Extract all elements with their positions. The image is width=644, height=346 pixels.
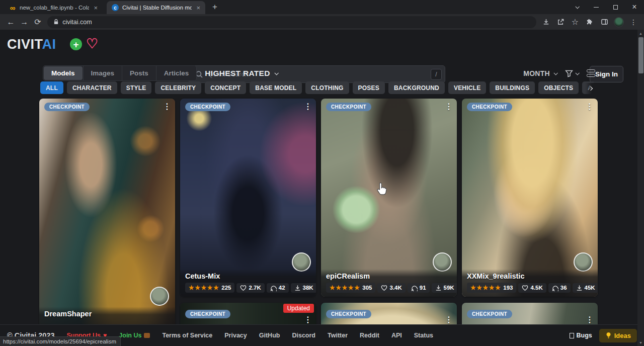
create-plus-button[interactable]: + xyxy=(70,38,82,50)
category-pill[interactable]: VEHICLE xyxy=(448,81,486,94)
likes-pill[interactable]: 2.7K xyxy=(236,283,264,293)
category-scroll-right-button[interactable] xyxy=(585,83,596,94)
category-pill[interactable]: ALL xyxy=(40,81,63,94)
creator-avatar[interactable] xyxy=(150,287,169,306)
footer-link-terms[interactable]: Terms of Service xyxy=(162,332,212,339)
footer-link-status[interactable]: Status xyxy=(414,332,433,339)
join-us-link[interactable]: Join Us xyxy=(119,332,150,339)
new-tab-button[interactable]: + xyxy=(209,2,220,12)
model-type-badge: CHECKPOINT xyxy=(326,103,371,111)
heart-icon xyxy=(240,285,247,291)
comments-pill[interactable]: 36 xyxy=(548,283,571,293)
footer-link-reddit[interactable]: Reddit xyxy=(360,332,379,339)
tab-colab[interactable]: ∞ new_colab_file.ipynb - Colaborat × xyxy=(4,1,103,14)
model-card-epicrealism[interactable]: CHECKPOINT ⋮ epiCRealism ★★★★★305 3.4K 9… xyxy=(321,99,457,297)
tab-close-icon[interactable]: × xyxy=(195,4,201,12)
download-icon xyxy=(435,285,442,291)
downloads-count: 59K xyxy=(444,285,454,291)
card-menu-kebab-icon[interactable]: ⋮ xyxy=(304,315,312,324)
footer-link-twitter[interactable]: Twitter xyxy=(328,332,348,339)
period-dropdown[interactable]: MONTH xyxy=(523,69,557,77)
card-menu-kebab-icon[interactable]: ⋮ xyxy=(586,315,594,324)
card-menu-kebab-icon[interactable]: ⋮ xyxy=(163,102,171,111)
card-menu-kebab-icon[interactable]: ⋮ xyxy=(304,102,312,111)
close-button[interactable]: × xyxy=(625,0,644,14)
reload-icon[interactable]: ⟳ xyxy=(31,17,45,27)
sort-dropdown[interactable]: HIGHEST RATED xyxy=(205,69,277,78)
model-type-badge: CHECKPOINT xyxy=(467,310,512,318)
scroll-down-icon[interactable]: ▼ xyxy=(637,339,644,346)
footer-link-discord[interactable]: Discord xyxy=(292,332,315,339)
tab-search-icon[interactable] xyxy=(568,0,587,14)
card-footer: XXMix_9realistic ★★★★★193 4.5K 36 45K xyxy=(462,269,598,297)
layout-toggle-button[interactable] xyxy=(587,69,595,77)
card-menu-kebab-icon[interactable]: ⋮ xyxy=(445,102,453,111)
footer-link-github[interactable]: GitHub xyxy=(259,332,280,339)
tab-civitai[interactable]: c Civitai | Stable Diffusion models, × xyxy=(107,1,205,14)
address-bar[interactable]: civitai.com xyxy=(47,16,536,28)
downloads-pill[interactable]: 38K xyxy=(291,283,316,293)
bugs-button[interactable]: Bugs xyxy=(570,332,592,339)
civitai-logo[interactable]: CIVITAI xyxy=(7,37,56,52)
category-pill[interactable]: POSES xyxy=(353,81,385,94)
download-icon[interactable] xyxy=(539,16,552,29)
category-pill[interactable]: CLOTHING xyxy=(305,81,349,94)
side-panel-icon[interactable] xyxy=(598,16,611,29)
scrollbar-thumb[interactable] xyxy=(638,37,643,73)
category-pill[interactable]: BUILDINGS xyxy=(490,81,535,94)
tab-close-icon[interactable]: × xyxy=(93,4,99,12)
scroll-up-icon[interactable]: ▲ xyxy=(637,30,644,37)
card-menu-kebab-icon[interactable]: ⋮ xyxy=(586,102,594,111)
category-pill[interactable]: CHARACTER xyxy=(67,81,117,94)
model-card-dreamshaper[interactable]: CHECKPOINT ⋮ DreamShaper xyxy=(39,99,175,335)
category-pill[interactable]: CONCEPT xyxy=(205,81,246,94)
favorites-heart-icon[interactable]: ♡ xyxy=(86,36,98,52)
extensions-puzzle-icon[interactable] xyxy=(583,16,596,29)
category-pill[interactable]: CELEBRITY xyxy=(155,81,201,94)
downloads-pill[interactable]: 45K xyxy=(573,283,598,293)
filter-funnel-button[interactable] xyxy=(565,69,579,77)
comments-pill[interactable]: 42 xyxy=(267,283,289,293)
footer-link-api[interactable]: API xyxy=(391,332,402,339)
back-icon[interactable]: ← xyxy=(4,18,18,27)
logo-ai: AI xyxy=(42,37,56,52)
category-pill[interactable]: OBJECTS xyxy=(538,81,579,94)
model-type-badge: CHECKPOINT xyxy=(44,103,90,111)
model-title: XXMix_9realistic xyxy=(467,272,593,280)
model-card-cetus-mix[interactable]: CHECKPOINT ⋮ Cetus-Mix ★★★★★225 2.7K 42 … xyxy=(180,99,316,297)
status-url-bubble: https://civitai.com/models/25694/epicrea… xyxy=(0,336,121,346)
minimize-button[interactable] xyxy=(587,0,606,14)
comment-icon xyxy=(552,285,558,291)
downloads-pill[interactable]: 59K xyxy=(432,283,457,293)
tab-articles[interactable]: Articles xyxy=(156,66,197,80)
tab-models[interactable]: Models xyxy=(44,66,83,80)
tab-posts[interactable]: Posts xyxy=(122,66,156,80)
bookmark-star-icon[interactable]: ☆ xyxy=(569,16,582,29)
tab-images[interactable]: Images xyxy=(83,66,122,80)
likes-pill[interactable]: 4.5K xyxy=(518,283,546,293)
rating-pill: ★★★★★305 xyxy=(326,283,375,293)
card-menu-kebab-icon[interactable]: ⋮ xyxy=(445,315,453,324)
content-nav-row: Models Images Posts Articles HIGHEST RAT… xyxy=(43,65,594,81)
forward-icon[interactable]: → xyxy=(18,18,31,27)
maximize-button[interactable] xyxy=(606,0,625,14)
likes-pill[interactable]: 3.4K xyxy=(377,283,405,293)
profile-avatar[interactable] xyxy=(612,16,625,29)
category-pill[interactable]: BASE MODEL xyxy=(250,81,302,94)
category-pill[interactable]: STYLE xyxy=(121,81,152,94)
chevron-down-icon xyxy=(274,71,278,75)
browser-menu-kebab-icon[interactable]: ⋮ xyxy=(627,16,640,29)
star-rating-icon: ★★★★★ xyxy=(470,284,501,291)
footer-link-privacy[interactable]: Privacy xyxy=(224,332,247,339)
downloads-count: 38K xyxy=(303,285,313,291)
civitai-favicon: c xyxy=(112,4,119,11)
ideas-button[interactable]: Ideas xyxy=(599,329,637,342)
share-icon[interactable] xyxy=(554,16,567,29)
comments-pill[interactable]: 91 xyxy=(408,283,430,293)
category-pill[interactable]: BACKGROUND xyxy=(388,81,445,94)
page-scrollbar[interactable]: ▲ ▼ xyxy=(637,30,644,346)
model-card-xxmix-9realistic[interactable]: CHECKPOINT ⋮ XXMix_9realistic ★★★★★193 4… xyxy=(462,99,598,297)
model-title: epiCRealism xyxy=(326,272,452,280)
heart-icon xyxy=(381,285,387,291)
download-icon xyxy=(576,285,583,291)
